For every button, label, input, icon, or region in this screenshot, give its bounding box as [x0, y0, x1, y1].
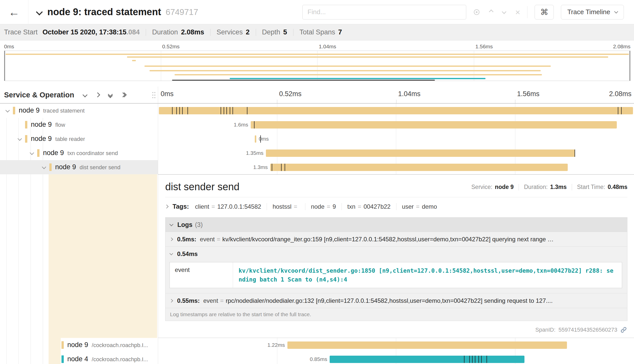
- tag-value: 9: [333, 203, 336, 210]
- chevron-right-icon: [170, 237, 173, 241]
- span-toggle-chevron-down-icon[interactable]: [18, 137, 21, 140]
- span-toggle-chevron-down-icon[interactable]: [6, 109, 9, 112]
- span-color-bar: [61, 355, 64, 363]
- summary-services: Services2: [217, 28, 250, 36]
- logs-section: Logs (3) 0.5ms: event=kv/kvclient/kvcoor…: [165, 217, 627, 321]
- ruler-tick-label: 0.52ms: [161, 44, 180, 50]
- span-operation: table reader: [55, 136, 85, 142]
- ruler-tick-label: 1.56ms: [515, 90, 540, 98]
- tag-value: 127.0.0.1:54582: [217, 203, 261, 210]
- trace-view-selector-label: Trace Timeline: [567, 8, 610, 16]
- trace-id: 6749717: [166, 7, 198, 17]
- collapse-all-double-chevron-down-icon[interactable]: [109, 93, 112, 97]
- span-service: node 9: [31, 135, 52, 142]
- back-arrow-icon: ←: [9, 6, 20, 18]
- log-entry[interactable]: 0.5ms: event=kv/kvclient/kvcoord/range_i…: [165, 232, 627, 246]
- back-button[interactable]: ←: [0, 0, 28, 24]
- summary-total-spans: Total Spans7: [300, 28, 342, 36]
- minimap-canvas[interactable]: [4, 51, 630, 81]
- span-row[interactable]: node 9flow 1.6ms: [0, 118, 634, 132]
- span-row[interactable]: node 9/cockroach.roachpb.I... 1.22ms: [0, 338, 634, 352]
- log-fields-table: event kv/kvclient/kvcoord/dist_sender.go…: [170, 262, 622, 288]
- clear-search-icon[interactable]: ×: [515, 8, 520, 16]
- ruler-tick-label: 2.08ms: [609, 90, 631, 98]
- log-entry[interactable]: 0.55ms: event=rpc/nodedialer/nodedialer.…: [165, 293, 627, 308]
- span-id: SpanID: 5597415943526560273: [535, 327, 627, 333]
- span-detail-row: dist sender send Service:node 9 Duration…: [0, 174, 634, 338]
- ruler-tick-label: 1.56ms: [474, 44, 493, 50]
- minimap-right-handle[interactable]: [629, 51, 630, 81]
- deep-link-icon[interactable]: [620, 327, 627, 333]
- span-color-bar: [13, 107, 15, 114]
- span-service: node 4: [67, 355, 88, 363]
- command-icon: ⌘: [540, 8, 548, 17]
- ruler-tick-label: 0ms: [161, 90, 174, 98]
- detail-span-name: dist sender send: [165, 181, 240, 192]
- span-row[interactable]: node 9table reader 0ms: [0, 132, 634, 146]
- next-match-chevron-down-icon[interactable]: [502, 10, 506, 14]
- span-color-bar: [49, 163, 52, 171]
- chevron-right-icon: [170, 299, 173, 302]
- tag-value: 00427b22: [364, 203, 391, 210]
- span-row-selected[interactable]: node 9dist sender send 1.3ms: [0, 160, 634, 174]
- summary-depth: Depth5: [262, 28, 287, 36]
- trace-title: node 9: traced statement: [47, 7, 161, 17]
- tags-accordion[interactable]: Tags: client=127.0.0.1:54582 hostssl= no…: [165, 203, 627, 210]
- expand-all-double-chevron-right-icon[interactable]: [121, 93, 126, 97]
- span-operation: dist sender send: [80, 164, 120, 170]
- ruler-tick-label: 1.04ms: [396, 90, 421, 98]
- span-service: node 9: [19, 106, 40, 114]
- column-resizer-grip[interactable]: [152, 91, 156, 98]
- span-detail-panel: dist sender send Service:node 9 Duration…: [158, 174, 634, 338]
- detail-span-meta: Service:node 9 Duration:1.3ms Start Time…: [471, 184, 627, 192]
- summary-duration: Duration2.08ms: [152, 28, 204, 36]
- ruler-tick-label: 0.52ms: [277, 90, 302, 98]
- tag-key: client: [195, 203, 209, 210]
- span-service: node 9: [67, 341, 88, 349]
- keyboard-shortcuts-button[interactable]: ⌘: [535, 5, 554, 19]
- span-operation: /cockroach.roachpb.I...: [92, 356, 148, 362]
- service-operation-header: Service & Operation: [0, 87, 158, 103]
- tag-key: hostssl: [272, 203, 291, 210]
- summary-trace-start: Trace Start October 15 2020, 17:38:15.08…: [4, 28, 140, 36]
- span-tag: txn=00427b22: [347, 203, 396, 210]
- span-toggle-chevron-down-icon[interactable]: [30, 151, 33, 154]
- span-tag: client=127.0.0.1:54582: [195, 203, 267, 210]
- span-operation: flow: [55, 122, 65, 128]
- prev-match-chevron-up-icon[interactable]: [490, 10, 493, 14]
- minimap-ruler: 0ms 0.52ms 1.04ms 1.56ms 2.08ms: [4, 43, 630, 50]
- trace-header-collapse-chevron-icon[interactable]: [37, 10, 42, 14]
- trace-summary-bar: Trace Start October 15 2020, 17:38:15.08…: [0, 24, 634, 40]
- find-input[interactable]: [302, 5, 466, 19]
- target-icon[interactable]: [473, 9, 480, 15]
- ruler-tick-label: 0ms: [4, 44, 14, 50]
- span-color-bar: [61, 341, 64, 349]
- chevron-down-icon: [170, 251, 173, 255]
- span-color-bar: [37, 149, 39, 157]
- span-color-bar: [25, 135, 27, 143]
- span-row[interactable]: node 4/cockroach.roachpb.I... 0.85ms: [0, 352, 634, 364]
- span-row[interactable]: node 9txn coordinator send 1.35ms: [0, 146, 634, 160]
- span-service: node 9: [31, 121, 52, 128]
- timeline-ruler: 0ms 0.52ms 1.04ms 1.56ms 2.08ms: [158, 87, 634, 103]
- trace-minimap: 0ms 0.52ms 1.04ms 1.56ms 2.08ms: [0, 40, 634, 81]
- log-entry-expanded[interactable]: 0.54ms: [165, 246, 627, 261]
- expand-one-chevron-right-icon[interactable]: [96, 93, 99, 97]
- span-service: node 9: [55, 163, 76, 171]
- collapse-one-chevron-down-icon[interactable]: [83, 93, 87, 97]
- span-tag: node=9: [311, 203, 342, 210]
- minimap-left-handle[interactable]: [4, 51, 5, 81]
- trace-view-selector[interactable]: Trace Timeline: [561, 5, 624, 19]
- header-separator: [527, 6, 527, 18]
- log-field-value: kv/kvclient/kvcoord/dist_sender.go:1850 …: [233, 262, 622, 288]
- span-color-bar: [25, 121, 27, 129]
- span-row[interactable]: node 9traced statement: [0, 103, 634, 118]
- timeline-header: Service & Operation 0ms 0.52ms 1.04ms 1.…: [0, 87, 634, 103]
- chevron-right-icon: [165, 205, 169, 209]
- chevron-down-icon: [170, 222, 174, 226]
- tag-key: user: [402, 203, 414, 210]
- span-toggle-chevron-down-icon[interactable]: [43, 165, 46, 168]
- chevron-down-icon: [614, 9, 618, 13]
- logs-accordion-header[interactable]: Logs (3): [165, 218, 627, 232]
- log-field-key: event: [170, 262, 233, 288]
